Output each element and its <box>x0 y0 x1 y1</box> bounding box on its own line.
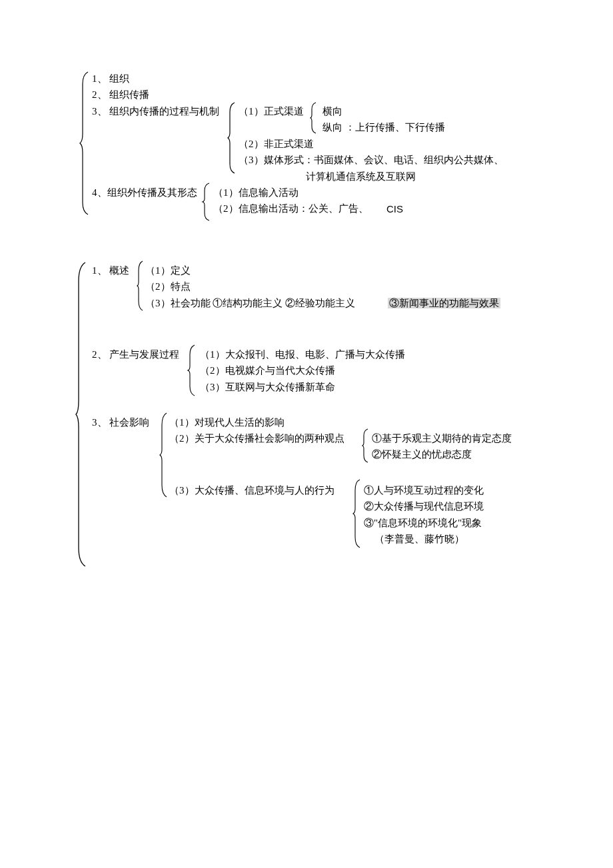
b-item1-2: （2）特点 <box>145 278 191 295</box>
a-item4-1: （1）信息输入活动 <box>213 185 299 201</box>
b-item1-3a: （3）社会功能 ①结构功能主义 ②经验功能主义 <box>145 295 355 312</box>
a-item3-3: （3）媒体形式：书面媒体、会议、电话、组织内公共媒体、 <box>239 152 504 169</box>
brace-b1 <box>136 260 145 312</box>
b-item3: 3、 社会影响 <box>92 414 149 431</box>
b-item3-1: （1）对现代人生活的影响 <box>169 414 285 431</box>
a-item1: 1、 组织 <box>92 71 129 87</box>
b-item1-1: （1）定义 <box>145 262 191 279</box>
brace-a4 <box>201 182 212 222</box>
brace-left-b <box>75 261 88 568</box>
b-item3-3d: （李普曼、藤竹晓） <box>374 531 464 548</box>
brace-b2 <box>187 344 197 397</box>
b-item1: 1、 概述 <box>92 262 129 279</box>
b-item3-3a: ①人与环境互动过程的变化 <box>364 482 484 499</box>
a-item3-1b: 纵向 ：上行传播、下行传播 <box>322 119 445 136</box>
a-item4-2: （2）信息输出活动：公关、广告、 <box>213 201 368 217</box>
b-item3-2b: ②怀疑主义的忧虑态度 <box>372 446 472 463</box>
b-item2-3: （3）互联网与大众传播新革命 <box>200 379 335 396</box>
b-item3-3: （3）大众传播、信息环境与人的行为 <box>169 482 334 499</box>
b-item2-2: （2）电视媒介与当代大众传播 <box>200 362 335 379</box>
b-item2: 2、 产生与发展过程 <box>92 346 179 363</box>
b-item2-1: （1）大众报刊、电报、电影、广播与大众传播 <box>200 346 405 363</box>
b-item3-3b: ②大众传播与现代信息环境 <box>364 498 484 515</box>
b-item3-3c: ③"信息环境的环境化"现象 <box>364 515 482 532</box>
b-item3-2a: ①基于乐观主义期待的肯定态度 <box>372 430 512 447</box>
b-item3-2: （2）关于大众传播社会影响的两种观点 <box>169 430 344 447</box>
brace-a3-1 <box>309 101 318 135</box>
a-item3-1a: 横向 <box>322 103 342 120</box>
a-item3: 3、 组织内传播的过程与机制 <box>92 103 219 120</box>
b-item1-3b: ③新闻事业的功能与效果 <box>388 295 500 312</box>
a-item3-2: （2）非正式渠道 <box>239 136 314 153</box>
brace-b3-2 <box>361 428 370 464</box>
a-item3-1: （1）正式渠道 <box>239 103 304 120</box>
a-item2: 2、 组织传播 <box>92 87 149 103</box>
highlighted-text: ③新闻事业的功能与效果 <box>388 298 500 308</box>
a-item4: 4、组织外传播及其形态 <box>92 185 197 201</box>
a-item3-3b: 计算机通信系统及互联网 <box>306 169 416 185</box>
brace-b3-3 <box>352 478 362 549</box>
a-item4-2-cis: CIS <box>386 201 403 218</box>
document-page: 1、 组织 2、 组织传播 3、 组织内传播的过程与机制 （1）正式渠道 横向 … <box>0 0 613 868</box>
brace-b3 <box>159 412 169 498</box>
brace-left-a <box>79 71 91 216</box>
brace-a3 <box>227 101 237 175</box>
